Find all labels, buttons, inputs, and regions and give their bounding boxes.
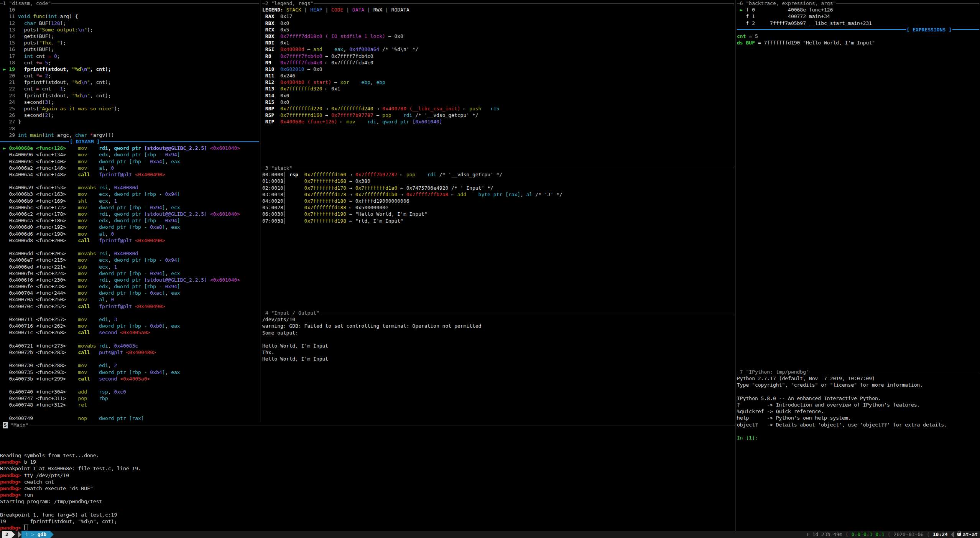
pane-border-vertical-right[interactable] — [735, 0, 735, 531]
terminal-row: Some output: — [262, 330, 734, 336]
terminal-row: 22 cnt = cnt - 1; — [0, 85, 259, 92]
terminal-row: Hello World, I'm Input — [262, 343, 734, 349]
terminal-row: 19 fprintf(stdout, "%d\n", cnt); — [0, 518, 732, 525]
pane-disasm-code[interactable]: ─1 "disasm, code" 10 11 void func(int ar… — [0, 0, 259, 422]
terminal-row: %quickref -> Quick reference. — [737, 408, 979, 415]
terminal-row: Thx. — [262, 349, 734, 356]
terminal-row: R12 0x4004b0 (_start) ← xor ebp, ebp — [262, 79, 734, 85]
powerline-arrow-icon — [50, 531, 54, 538]
terminal-row: R8 0x7ffff7fcb4c0 ← 0x7ffff7fcb4c0 — [262, 53, 734, 59]
pane-title-backtrace: ─6 "backtrace, expressions, args" — [737, 0, 979, 7]
terminal-row: 03:0018│ 0x7fffffffd178 → 0x7fffffffd1b0… — [262, 191, 734, 198]
terminal-row: 0x40070c <func+252> call fprintf@plt <0x… — [0, 303, 259, 310]
terminal-row: warning: GDB: Failed to set controlling … — [262, 323, 734, 329]
terminal-row: RBX 0x0 — [262, 20, 734, 26]
terminal-row: 0x400747 <func+311> pop rbp — [0, 395, 259, 402]
terminal-row: pwndbg> run — [0, 492, 732, 498]
terminal-row: ds BUF = 7fffffffd190 "Hello World, I'm … — [737, 39, 979, 46]
terminal-row — [737, 428, 979, 435]
terminal-row: 0x4006e7 <func+215> mov ecx, dword ptr [… — [0, 257, 259, 263]
pane-border-vertical-left[interactable] — [260, 0, 260, 422]
terminal-row: 0x400704 <func+244> mov dword ptr [rbp -… — [0, 290, 259, 296]
gdb-console-lines[interactable]: Reading symbols from test...done.pwndbg>… — [0, 452, 732, 531]
powerline-arrow-icon — [18, 531, 21, 538]
terminal-row: 0x4006f0 <func+224> mov dword ptr [rbp -… — [0, 270, 259, 277]
terminal-row: 0x4006d8 <func+200> call fprintf@plt <0x… — [0, 237, 259, 244]
terminal-row: 0x400730 <func+288> mov edi, 2 — [0, 362, 259, 369]
register-lines: LEGEND: STACK | HEAP | CODE | DATA | RWX… — [262, 7, 734, 125]
terminal-row: 0x400740 <func+304> add rsp, 0xc0 — [0, 389, 259, 395]
ipython-lines[interactable]: Python 2.7.17 (default, Nov 7 2019, 10:0… — [737, 375, 979, 441]
terminal-row: R13 0x7fffffffd320 ← 0x1 — [262, 85, 734, 92]
terminal-row: 0x4006f6 <func+230> mov rdi, qword ptr [… — [0, 277, 259, 283]
window-name: gdb — [37, 531, 46, 538]
terminal-row: 12 char BUF[128]; — [0, 20, 259, 26]
backtrace-frame-lines: ► f 0 40068e func+126 f 1 400772 main+34… — [737, 7, 979, 26]
terminal-row: R10 0x602010 ← 0x0 — [262, 66, 734, 72]
terminal-row: 0x4006b9 <func+169> shl ecx, 1 — [0, 198, 259, 204]
terminal-row: cnt = 5 — [737, 33, 979, 39]
terminal-row — [0, 356, 259, 362]
terminal-row: 29 int main(int argc, char *argv[]) — [0, 132, 259, 138]
source-code-lines: 10 11 void func(int arg) { 12 char BUF[1… — [0, 7, 259, 138]
terminal-row: 0x4006a2 <func+146> mov al, 0 — [0, 165, 259, 171]
terminal-row: 07:0038│ 0x7fffffffd198 ← "rld, I'm Inpu… — [262, 218, 734, 224]
pane-number: 1 — [3, 0, 6, 7]
pane-title-label: "disasm, code" — [9, 0, 51, 7]
status-separator-icon: ⟨ — [888, 531, 891, 538]
tmux-pwndbg-screen: { "panes": { "disasm_code": { "num": "1"… — [0, 0, 980, 538]
session-name-badge[interactable]: 2 — [2, 531, 12, 538]
powerline-arrow-icon — [12, 531, 15, 538]
terminal-row: 17 int cnt = 0; — [0, 53, 259, 59]
terminal-row: 0x4006c2 <func+178> mov rdi, qword ptr [… — [0, 211, 259, 217]
terminal-row: 14 gets(BUF); — [0, 33, 259, 39]
pane-input-output[interactable]: ─4 "Input / Output" /dev/pts/10warning: … — [262, 310, 734, 362]
terminal-row: 11 void func(int arg) { — [0, 13, 259, 20]
disasm-section-label: [ DISASM ] — [69, 138, 100, 145]
hostname: at-at — [963, 531, 978, 538]
pane-backtrace[interactable]: ─6 "backtrace, expressions, args" ► f 0 … — [737, 0, 979, 46]
terminal-row: R15 0x0 — [262, 99, 734, 105]
expression-lines: cnt = 5ds BUF = 7fffffffd190 "Hello Worl… — [737, 33, 979, 46]
tmux-status-bar: 2 1 > gdb ↑ 1d 23h 49m ⟨ 0.0 0.1 0.1 ⟨ 2… — [0, 531, 980, 538]
terminal-row: RSI 0x40080d ← and eax, 0x4f000a64 /* '%… — [262, 46, 734, 52]
terminal-row: 0x400716 <func+262> mov dword ptr [rbp -… — [0, 323, 259, 329]
terminal-row: 04:0020│ 0x7fffffffd180 ← 0xffffd1900000… — [262, 198, 734, 204]
terminal-row: R14 0x0 — [262, 92, 734, 99]
terminal-row: 28 — [0, 125, 259, 132]
terminal-row: 0x4006d6 <func+198> mov al, 0 — [0, 231, 259, 237]
pane-ipython[interactable]: ─7 "IPython: tmp/pwndbg" Python 2.7.17 (… — [737, 369, 979, 441]
terminal-row: 27 } — [0, 118, 259, 125]
pane-main-gdb[interactable]: Reading symbols from test...done.pwndbg>… — [0, 452, 732, 531]
pane-stack[interactable]: ─3 "stack" 00:0000│ rsp 0x7fffffffd160 →… — [262, 165, 734, 224]
terminal-row: pwndbg> b 19 — [0, 459, 732, 465]
status-separator-icon: ⟨ — [927, 531, 930, 538]
terminal-row: 24 second(3); — [0, 99, 259, 105]
pane-title-label: "Main" — [10, 422, 28, 428]
terminal-row: 0x400748 <func+312> ret — [0, 402, 259, 408]
io-lines: /dev/pts/10warning: GDB: Failed to set c… — [262, 316, 734, 362]
terminal-row: pwndbg> cwatch execute "ds BUF" — [0, 485, 732, 492]
text-cursor[interactable] — [24, 525, 28, 530]
pane-title-ipython: ─7 "IPython: tmp/pwndbg" — [737, 369, 979, 375]
terminal-row: LEGEND: STACK | HEAP | CODE | DATA | RWX… — [262, 7, 734, 13]
pane-title-main: ─5 "Main" — [0, 422, 735, 428]
terminal-row — [0, 505, 732, 512]
pane-legend-regs[interactable]: ─2 "legend, regs" LEGEND: STACK | HEAP |… — [262, 0, 734, 125]
terminal-row: 0x40070a <func+250> mov al, 0 — [0, 296, 259, 303]
terminal-row: In [1]: — [737, 435, 979, 441]
terminal-row: RIP 0x40068e (func+126) ← mov rdi, qword… — [262, 118, 734, 125]
pane-title-label: "legend, regs" — [271, 0, 313, 7]
pane-title-label: "backtrace, expressions, args" — [746, 0, 836, 7]
terminal-row: 00:0000│ rsp 0x7fffffffd160 → 0x7ffff7b9… — [262, 171, 734, 178]
terminal-row: ? -> Introduction and overview of IPytho… — [737, 402, 979, 408]
window-tab-gdb[interactable]: 1 > gdb — [21, 531, 50, 538]
terminal-row: 02:0010│ 0x7fffffffd170 → 0x7fffffffd1a0… — [262, 185, 734, 191]
terminal-row: 26 second(2); — [0, 112, 259, 118]
terminal-row: 13 puts("Some output:\n"); — [0, 26, 259, 33]
terminal-row: 0x4006a9 <func+153> movabs rsi, 0x40080d — [0, 184, 259, 191]
terminal-row: 0x400749 nop dword ptr [rax] — [0, 415, 259, 422]
disasm-lines: ► 0x40068e <func+126> mov rdi, qword ptr… — [0, 145, 259, 422]
title-fill-line — [51, 3, 259, 3]
terminal-row: R11 0x246 — [262, 72, 734, 79]
